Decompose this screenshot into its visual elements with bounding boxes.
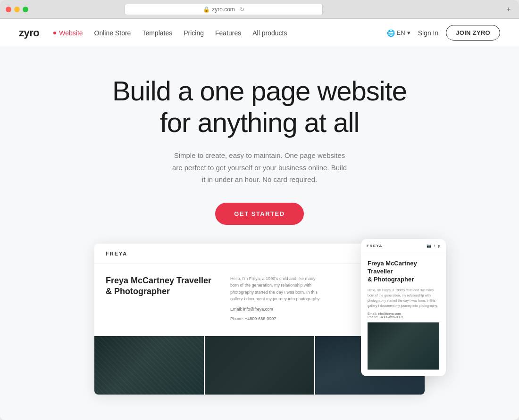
maximize-button[interactable] xyxy=(23,7,28,12)
preview-left: Freya McCartney Traveller& Photographer xyxy=(106,275,219,321)
signin-button[interactable]: Sign In xyxy=(418,29,439,37)
join-button[interactable]: JOIN ZYRO xyxy=(446,25,500,41)
mobile-preview-image xyxy=(368,322,439,370)
preview-image-1 xyxy=(94,336,204,394)
preview-logo: FREYA xyxy=(106,251,127,256)
mobile-facebook-icon: f xyxy=(434,244,435,248)
hero-section: Build a one page websitefor anything at … xyxy=(0,47,519,244)
browser-window: 🔒 zyro.com ↻ + zyro Website Online Store… xyxy=(0,0,519,420)
mobile-preview-social: 📷 f p xyxy=(427,244,440,248)
mobile-preview-navbar: FREYA 📷 f p xyxy=(361,239,446,253)
preview-area: FREYA 📷 f p Freya McCartney Traveller& P… xyxy=(0,244,519,420)
nav-online-store[interactable]: Online Store xyxy=(94,29,131,37)
mobile-preview-body: Freya McCartney Traveller& Photographer … xyxy=(361,253,446,376)
preview-contact-email: Email: info@freya.com xyxy=(230,307,325,312)
browser-titlebar: 🔒 zyro.com ↻ + xyxy=(0,0,519,19)
traffic-lights xyxy=(6,7,28,12)
site-logo[interactable]: zyro xyxy=(19,27,39,39)
url-text: zyro.com xyxy=(212,6,235,13)
globe-icon: 🌐 xyxy=(387,29,395,37)
get-started-button[interactable]: GET STARTED xyxy=(215,203,303,225)
mobile-preview-text: Hello, I'm Freya, a 1990's child and lik… xyxy=(368,288,439,309)
language-selector[interactable]: 🌐 EN ▾ xyxy=(387,29,410,37)
preview-image-2 xyxy=(205,336,314,394)
mobile-preview-heading: Freya McCartney Traveller& Photographer xyxy=(368,260,439,284)
nav-pricing[interactable]: Pricing xyxy=(184,29,204,37)
nav-right: 🌐 EN ▾ Sign In JOIN ZYRO xyxy=(387,25,500,41)
nav-templates[interactable]: Templates xyxy=(142,29,172,37)
preview-body-text: Hello, I'm Freya, a 1990's child and lik… xyxy=(230,275,325,303)
mobile-instagram-icon: 📷 xyxy=(427,244,431,248)
preview-contact-phone: Phone: +4800-656-0907 xyxy=(230,316,325,321)
close-button[interactable] xyxy=(6,7,11,12)
lang-label: EN xyxy=(397,29,405,36)
new-tab-button[interactable]: + xyxy=(504,5,513,14)
preview-right: Hello, I'm Freya, a 1990's child and lik… xyxy=(230,275,325,321)
hero-subtitle: Simple to create, easy to maintain. One … xyxy=(170,149,349,186)
minimize-button[interactable] xyxy=(14,7,20,12)
mobile-preview-logo: FREYA xyxy=(367,244,383,248)
active-indicator xyxy=(53,32,56,34)
nav-website[interactable]: Website xyxy=(59,29,83,37)
mobile-preview: FREYA 📷 f p Freya McCartney Traveller& P… xyxy=(361,239,446,376)
browser-content: zyro Website Online Store Templates Pric… xyxy=(0,19,519,420)
chevron-down-icon: ▾ xyxy=(407,29,410,36)
hero-title: Build a one page websitefor anything at … xyxy=(112,75,407,138)
page: zyro Website Online Store Templates Pric… xyxy=(0,19,519,420)
navbar: zyro Website Online Store Templates Pric… xyxy=(0,19,519,47)
nav-features[interactable]: Features xyxy=(215,29,241,37)
address-bar[interactable]: 🔒 zyro.com ↻ xyxy=(125,4,323,15)
mobile-pinterest-icon: p xyxy=(438,244,440,248)
nav-all-products[interactable]: All products xyxy=(252,29,287,37)
preview-heading: Freya McCartney Traveller& Photographer xyxy=(106,275,219,297)
lock-icon: 🔒 xyxy=(203,6,210,13)
nav-links: Website Online Store Templates Pricing F… xyxy=(53,29,386,37)
refresh-icon[interactable]: ↻ xyxy=(240,6,244,13)
mobile-preview-phone: Phone: +4800-656-0907 xyxy=(368,315,439,319)
mobile-preview-email: Email: info@freya.com xyxy=(368,312,439,315)
